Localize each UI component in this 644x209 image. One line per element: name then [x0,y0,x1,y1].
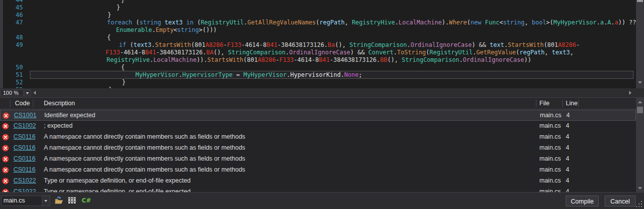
error-line: 4 [566,188,569,192]
code-line-50: 50{ [0,64,644,71]
cancel-button[interactable]: Cancel [605,196,636,207]
line-number: 46 [4,11,23,19]
error-code-link[interactable]: CS1022 [13,177,36,184]
error-code-link[interactable]: CS0116 [13,155,35,162]
line-number: 52 [4,79,23,86]
line-number: 48 [4,34,23,41]
error-code-link[interactable]: CS0116 [13,144,35,151]
code-text: MyHyperVisor.HypervisorType = MyHyperVis… [135,71,362,79]
code-line-49: 49if (text3.StartsWith(801A8286-F133-461… [0,41,644,49]
error-row[interactable]: CS1022Type or namespace definition, or e… [0,176,636,187]
error-list-header: Code Description File Line [0,98,636,109]
scrollbar-thumb[interactable] [637,107,643,113]
library-icon[interactable] [68,197,76,206]
column-header-description[interactable]: Description [44,100,75,107]
error-row[interactable]: CS0116A namespace cannot directly contai… [0,154,636,165]
scroll-down-icon[interactable] [638,81,642,84]
error-line: 4 [566,112,570,119]
file-selector-dropdown-button[interactable] [42,196,50,206]
error-icon [2,123,9,130]
scrollbar-thumb[interactable] [637,0,643,2]
scroll-right-icon[interactable] [629,91,632,95]
error-description: Identifier expected [44,112,95,119]
error-description: A namespace cannot directly contain memb… [44,144,245,151]
open-folder-icon[interactable] [54,196,64,207]
code-text: } [108,11,111,19]
error-line: 4 [566,144,569,151]
line-number: 51 [4,71,23,79]
code-line-47: 47foreach (string text3 in (RegistryUtil… [0,19,644,26]
code-line-45: 45} [0,4,644,11]
code-editor[interactable]: 44}45}46}47foreach (string text3 in (Reg… [0,0,644,88]
code-text: if (text3.StartsWith(801A8286-F133-4614-… [119,41,580,49]
code-text: { [121,64,125,71]
error-line: 4 [566,155,569,162]
code-text: foreach (string text3 in (RegistryUtil.G… [107,19,636,26]
column-header-code[interactable]: Code [15,100,30,107]
code-line-wrap: RegistryHive.LocalMachine)).StartsWith(8… [0,56,644,64]
errorlist-vertical-scrollbar[interactable] [636,98,644,192]
code-line-51: 51MyHyperVisor.HypervisorType = MyHyperV… [0,71,644,79]
error-line: 4 [566,122,569,129]
code-line-46: 46} [0,11,644,19]
error-code-link[interactable]: CS0116 [13,166,35,173]
error-description: ; expected [44,122,73,129]
csharp-icon[interactable]: C# [82,197,91,204]
scroll-down-icon[interactable] [638,187,642,190]
code-text: } [121,0,125,4]
scroll-left-icon[interactable] [33,91,36,95]
code-line-48: 48{ [0,34,644,41]
chevron-down-icon [26,92,29,94]
error-icon [2,145,9,152]
code-text: } [109,86,112,88]
error-line: 4 [566,177,569,184]
error-description: A namespace cannot directly contain memb… [44,166,245,173]
line-number: 49 [4,41,23,49]
line-number: 47 [4,19,23,26]
edit-code-dialog: 44}45}46}47foreach (string text3 in (Reg… [0,0,644,209]
error-file: main.cs [540,112,561,119]
error-row[interactable]: CS1002; expectedmain.cs4 [0,121,636,132]
error-row[interactable]: CS1001Identifier expectedmain.cs4 [0,110,636,121]
code-text: } [122,79,126,86]
line-number: 44 [4,0,23,4]
error-file: main.cs [539,122,561,129]
editor-vertical-scrollbar[interactable] [636,0,644,88]
code-text: F133-4614-8B41-384638173126.BA(), String… [106,49,573,56]
column-header-line[interactable]: Line [566,100,578,107]
scroll-up-icon[interactable] [638,101,642,103]
code-text: } [117,4,120,11]
zoom-level-combobox[interactable]: 100 % [0,89,24,96]
column-header-file[interactable]: File [539,100,549,107]
editor-horizontal-scrollbar[interactable] [31,88,636,97]
error-icon [2,112,9,119]
line-number: 45 [4,4,23,11]
error-row[interactable]: CS0116A namespace cannot directly contai… [0,165,636,176]
line-number: 53 [4,86,23,88]
compiler-error-list: Code Description File Line CS1001Identif… [0,97,644,192]
code-text: Enumerable.Empty<string>())) [116,26,217,34]
error-file: main.cs [539,177,561,184]
error-description: A namespace cannot directly contain memb… [44,133,245,140]
error-icon [2,156,9,163]
error-row[interactable]: CS1022Type or namespace definition, or e… [0,187,636,192]
error-row[interactable]: CS0116A namespace cannot directly contai… [0,132,636,143]
error-row[interactable]: CS0116A namespace cannot directly contai… [0,143,636,154]
error-code-link[interactable]: CS1001 [14,112,36,119]
error-file: main.cs [539,166,561,173]
code-line-wrap: Enumerable.Empty<string>())) [0,26,644,34]
compile-button[interactable]: Compile [566,196,599,207]
code-text: RegistryHive.LocalMachine)).StartsWith(8… [107,56,531,64]
editor-statusbar: 100 % [0,88,644,97]
chevron-down-icon [44,200,47,202]
resize-grip[interactable] [641,206,642,207]
error-code-link[interactable]: CS0116 [13,133,35,140]
file-selector-combobox[interactable]: main.cs [1,196,50,206]
zoom-dropdown-button[interactable] [24,89,31,96]
error-code-link[interactable]: CS1002 [13,122,36,129]
code-text: { [107,34,111,41]
error-description: Type or namespace definition, or end-of-… [44,188,191,192]
error-file: main.cs [539,133,561,140]
error-code-link[interactable]: CS1022 [13,188,36,192]
code-line-44: 44} [0,0,644,4]
